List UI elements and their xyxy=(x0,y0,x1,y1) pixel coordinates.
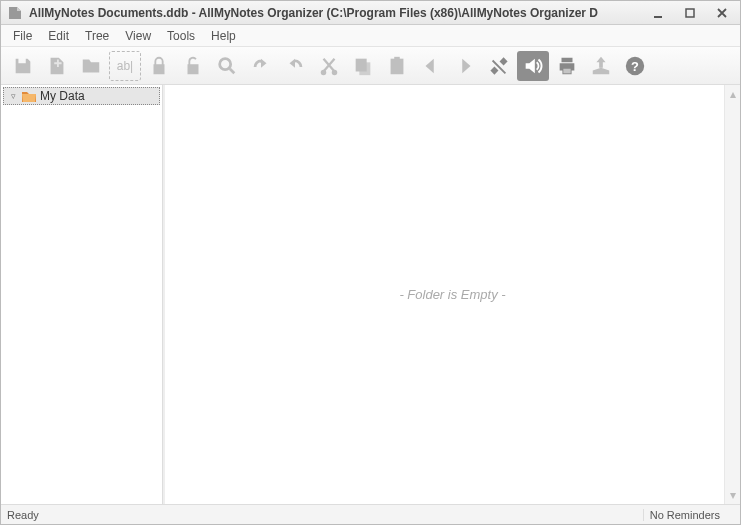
paste-button[interactable] xyxy=(381,51,413,81)
main-area: ▿ My Data - Folder is Empty - ▴ ▾ xyxy=(1,85,740,504)
settings-button[interactable] xyxy=(483,51,515,81)
forward-icon xyxy=(454,55,476,77)
menu-view[interactable]: View xyxy=(117,27,159,45)
cut-icon xyxy=(318,55,340,77)
rename-icon: ab| xyxy=(117,59,133,73)
menu-edit[interactable]: Edit xyxy=(40,27,77,45)
svg-point-4 xyxy=(332,69,338,75)
menu-help[interactable]: Help xyxy=(203,27,244,45)
export-button[interactable] xyxy=(585,51,617,81)
scroll-down-icon[interactable]: ▾ xyxy=(730,488,736,502)
export-icon xyxy=(590,55,612,77)
print-icon xyxy=(556,55,578,77)
svg-rect-1 xyxy=(686,9,694,17)
save-icon xyxy=(12,55,34,77)
maximize-button[interactable] xyxy=(676,4,704,22)
svg-point-3 xyxy=(321,69,327,75)
svg-rect-8 xyxy=(394,56,400,60)
copy-button[interactable] xyxy=(347,51,379,81)
sound-button[interactable] xyxy=(517,51,549,81)
scroll-up-icon[interactable]: ▴ xyxy=(730,87,736,101)
status-right: No Reminders xyxy=(643,509,740,521)
unlock-icon xyxy=(182,55,204,77)
tree-pane[interactable]: ▿ My Data xyxy=(1,85,163,504)
statusbar: Ready No Reminders xyxy=(1,504,740,524)
svg-point-2 xyxy=(220,58,231,69)
new-note-button[interactable] xyxy=(41,51,73,81)
toolbar: ab| ? xyxy=(1,47,740,85)
tree-root-item[interactable]: ▿ My Data xyxy=(3,87,160,105)
redo-icon xyxy=(284,55,306,77)
svg-rect-0 xyxy=(654,16,662,18)
empty-folder-message: - Folder is Empty - xyxy=(399,287,505,302)
undo-icon xyxy=(250,55,272,77)
tree-root-label: My Data xyxy=(40,89,85,103)
new-note-icon xyxy=(46,55,68,77)
menubar: File Edit Tree View Tools Help xyxy=(1,25,740,47)
svg-text:?: ? xyxy=(631,58,639,73)
svg-rect-9 xyxy=(563,68,570,73)
find-button[interactable] xyxy=(211,51,243,81)
menu-tools[interactable]: Tools xyxy=(159,27,203,45)
copy-icon xyxy=(352,55,374,77)
tree-root-icon xyxy=(22,90,36,102)
help-icon: ? xyxy=(624,55,646,77)
svg-rect-7 xyxy=(391,58,404,74)
save-button[interactable] xyxy=(7,51,39,81)
titlebar: AllMyNotes Documents.ddb - AllMyNotes Or… xyxy=(1,1,740,25)
forward-button[interactable] xyxy=(449,51,481,81)
undo-button[interactable] xyxy=(245,51,277,81)
print-button[interactable] xyxy=(551,51,583,81)
lock-icon xyxy=(148,55,170,77)
status-left: Ready xyxy=(1,509,643,521)
paste-icon xyxy=(386,55,408,77)
redo-button[interactable] xyxy=(279,51,311,81)
close-button[interactable] xyxy=(708,4,736,22)
menu-tree[interactable]: Tree xyxy=(77,27,117,45)
minimize-button[interactable] xyxy=(644,4,672,22)
vertical-scrollbar[interactable]: ▴ ▾ xyxy=(724,85,740,504)
new-folder-icon xyxy=(80,55,102,77)
lock-button[interactable] xyxy=(143,51,175,81)
window-title: AllMyNotes Documents.ddb - AllMyNotes Or… xyxy=(29,6,644,20)
settings-icon xyxy=(488,55,510,77)
unlock-button[interactable] xyxy=(177,51,209,81)
new-folder-button[interactable] xyxy=(75,51,107,81)
menu-file[interactable]: File xyxy=(5,27,40,45)
find-icon xyxy=(216,55,238,77)
help-button[interactable]: ? xyxy=(619,51,651,81)
back-button[interactable] xyxy=(415,51,447,81)
cut-button[interactable] xyxy=(313,51,345,81)
app-icon xyxy=(7,5,23,21)
rename-button[interactable]: ab| xyxy=(109,51,141,81)
svg-rect-6 xyxy=(359,62,370,75)
tree-toggle-icon[interactable]: ▿ xyxy=(8,91,18,101)
content-pane: - Folder is Empty - ▴ ▾ xyxy=(163,85,740,504)
back-icon xyxy=(420,55,442,77)
sound-icon xyxy=(522,55,544,77)
